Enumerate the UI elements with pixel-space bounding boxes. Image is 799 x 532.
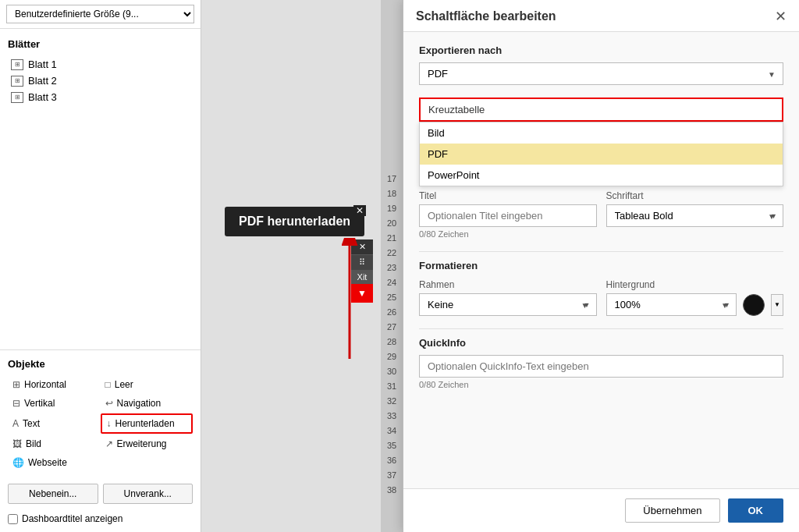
bild-icon: 🖼 — [12, 438, 22, 449]
size-dropdown[interactable]: Benutzerdefinierte Größe (9... — [6, 5, 194, 23]
sheet-label-3: Blatt 3 — [28, 91, 57, 103]
horizontal-icon: ⊞ — [12, 379, 20, 390]
obj-webseite[interactable]: 🌐 Webseite — [8, 454, 101, 471]
quickinfo-char-count: 0/80 Zeichen — [419, 380, 783, 389]
sheet-item-2[interactable]: ⊞ Blatt 2 — [8, 73, 193, 89]
obj-vertikal-label: Vertikal — [24, 398, 55, 409]
download-widget: ✕ ⠿ Xit ▼ — [351, 239, 373, 303]
quickinfo-label: QuickInfo — [419, 337, 783, 349]
obj-erweiterung[interactable]: ↗ Erweiterung — [101, 435, 194, 452]
navigation-icon: ↩ — [105, 398, 113, 409]
rahmen-label: Rahmen — [419, 279, 597, 290]
objects-section: Objekte ⊞ Horizontal □ Leer ⊟ Vertikal ↩… — [0, 349, 201, 477]
obj-vertikal[interactable]: ⊟ Vertikal — [8, 395, 101, 412]
dashboard-title-checkbox-row: Dashboardtitel anzeigen — [0, 510, 201, 532]
herunterladen-icon: ↓ — [107, 418, 112, 429]
pct-select-wrapper: 100% ▼ — [606, 293, 737, 316]
quickinfo-section: QuickInfo 0/80 Zeichen — [419, 337, 783, 389]
ok-button[interactable]: OK — [728, 498, 784, 523]
rahmen-select-wrapper: Keine ▼ — [419, 293, 597, 316]
vertikal-icon: ⊟ — [12, 398, 20, 409]
unverankert-button[interactable]: Unverank... — [103, 484, 194, 504]
hintergrund-group: Hintergrund 100% ▼ ▼ — [606, 279, 784, 316]
obj-navigation-label: Navigation — [117, 398, 162, 409]
dropdown-item-powerpoint[interactable]: PowerPoint — [420, 165, 783, 186]
objects-grid: ⊞ Horizontal □ Leer ⊟ Vertikal ↩ Navigat… — [8, 376, 193, 471]
color-swatch[interactable] — [743, 294, 765, 316]
schriftart-select[interactable]: Tableau Bold — [606, 204, 784, 227]
dashboard-title-checkbox[interactable] — [8, 514, 18, 524]
dialog-footer: Übernehmen OK — [403, 488, 799, 532]
schriftart-field-group: Schriftart Tableau Bold ▼ — [606, 190, 784, 239]
dialog-panel: Schaltfläche bearbeiten ✕ Exportieren na… — [403, 0, 799, 532]
obj-navigation[interactable]: ↩ Navigation — [101, 395, 194, 412]
obj-bild[interactable]: 🖼 Bild — [8, 435, 101, 452]
canvas-numbers: 17 18 19 20 21 22 23 24 25 26 27 28 29 3… — [381, 0, 403, 532]
canvas-area: PDF herunterladen ✕ ✕ ⠿ Xit ▼ 17 18 19 2… — [201, 0, 403, 532]
format-section: Formatieren Rahmen Keine ▼ Hintergrund — [419, 260, 783, 316]
top-bar: Benutzerdefinierte Größe (9... — [0, 0, 201, 29]
source-dropdown-section: Bild PDF PowerPoint — [419, 98, 783, 122]
hintergrund-label: Hintergrund — [606, 279, 784, 290]
nebeneinander-button[interactable]: Nebenein... — [8, 484, 98, 504]
separator-2 — [419, 328, 783, 329]
obj-bild-label: Bild — [26, 438, 41, 449]
title-field-label: Titel — [419, 190, 597, 201]
sheet-label-2: Blatt 2 — [28, 75, 57, 87]
obj-text-label: Text — [23, 418, 40, 429]
obj-text[interactable]: A Text — [8, 413, 101, 434]
obj-leer[interactable]: □ Leer — [101, 376, 194, 393]
title-char-count: 0/80 Zeichen — [419, 229, 597, 239]
dialog-body: Exportieren nach PDF Bild PowerPoint Bil… — [403, 32, 799, 488]
export-select-wrapper: PDF Bild PowerPoint — [419, 62, 783, 85]
source-dropdown-input[interactable] — [419, 98, 783, 122]
rahmen-group: Rahmen Keine ▼ — [419, 279, 597, 316]
widget-close[interactable]: ✕ — [351, 239, 373, 255]
tooltip-label: PDF herunterladen — [239, 215, 350, 228]
title-field-group: Titel 0/80 Zeichen — [419, 190, 597, 239]
sheet-item-1[interactable]: ⊞ Blatt 1 — [8, 56, 193, 73]
sheet-icon-2: ⊞ — [11, 76, 23, 87]
schriftart-label: Schriftart — [606, 190, 784, 201]
obj-herunterladen-label: Herunterladen — [115, 418, 175, 429]
erweiterung-icon: ↗ — [105, 438, 113, 449]
uebernehmen-button[interactable]: Übernehmen — [625, 498, 719, 523]
obj-horizontal-label: Horizontal — [24, 379, 66, 390]
dashboard-title-label: Dashboardtitel anzeigen — [22, 513, 123, 524]
sheet-icon-3: ⊞ — [11, 92, 23, 103]
dialog-titlebar: Schaltfläche bearbeiten ✕ — [403, 0, 799, 32]
left-panel: Benutzerdefinierte Größe (9... Blätter ⊞… — [0, 0, 201, 532]
title-font-row: Titel 0/80 Zeichen Schriftart Tableau Bo… — [419, 190, 783, 239]
leer-icon: □ — [105, 379, 111, 390]
hintergrund-color-row: 100% ▼ ▼ — [606, 293, 784, 316]
sheets-title: Blätter — [8, 38, 193, 50]
separator-1 — [419, 251, 783, 252]
quickinfo-input[interactable] — [419, 355, 783, 378]
pct-select[interactable]: 100% — [606, 293, 737, 316]
tooltip-box: PDF herunterladen ✕ — [225, 207, 364, 236]
sheet-icon-1: ⊞ — [11, 59, 23, 70]
webseite-icon: 🌐 — [12, 457, 24, 468]
dialog-close-button[interactable]: ✕ — [775, 9, 787, 23]
tooltip-close-button[interactable]: ✕ — [353, 205, 366, 216]
color-dropdown-arrow[interactable]: ▼ — [771, 294, 783, 316]
source-dropdown-list: Bild PDF PowerPoint — [419, 122, 783, 186]
sheet-item-3[interactable]: ⊞ Blatt 3 — [8, 89, 193, 105]
objects-title: Objekte — [8, 358, 193, 370]
source-dropdown-container: Bild PDF PowerPoint — [419, 98, 783, 122]
title-input[interactable] — [419, 204, 597, 227]
obj-herunterladen[interactable]: ↓ Herunterladen — [101, 413, 194, 434]
sheet-label-1: Blatt 1 — [28, 59, 57, 70]
rahmen-select[interactable]: Keine — [419, 293, 597, 316]
sheets-section: Blätter ⊞ Blatt 1 ⊞ Blatt 2 ⊞ Blatt 3 — [0, 29, 201, 112]
widget-title[interactable]: Xit — [351, 270, 373, 284]
format-row: Rahmen Keine ▼ Hintergrund 100% — [419, 279, 783, 316]
obj-horizontal[interactable]: ⊞ Horizontal — [8, 376, 101, 393]
export-select[interactable]: PDF Bild PowerPoint — [419, 62, 783, 85]
export-label: Exportieren nach — [419, 44, 783, 56]
widget-move: ⠿ — [351, 255, 373, 270]
dropdown-item-pdf[interactable]: PDF — [420, 144, 783, 165]
dropdown-item-bild[interactable]: Bild — [420, 122, 783, 144]
schriftart-select-wrapper: Tableau Bold ▼ — [606, 204, 784, 227]
widget-download-btn[interactable]: ▼ — [351, 284, 373, 303]
